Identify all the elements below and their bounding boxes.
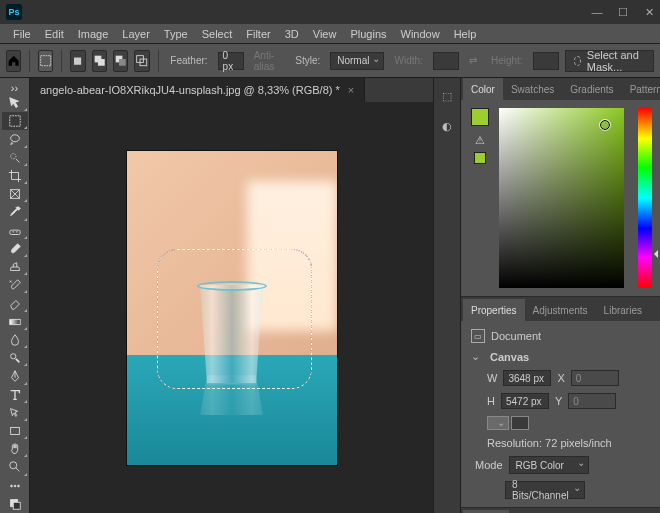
tab-swatches[interactable]: Swatches <box>503 78 562 100</box>
menu-help[interactable]: Help <box>447 26 484 42</box>
mode-label: Mode <box>475 459 503 471</box>
type-tool[interactable] <box>2 386 28 404</box>
edit-toolbar[interactable] <box>2 477 28 495</box>
bit-depth-select[interactable]: 8 Bits/Channel <box>505 481 585 499</box>
foreground-background[interactable] <box>2 495 28 513</box>
tab-adjustments[interactable]: Adjustments <box>525 299 596 321</box>
new-selection[interactable]: ◼ <box>70 50 85 72</box>
menu-plugins[interactable]: Plugins <box>343 26 393 42</box>
document-tab[interactable]: angelo-abear-IO8XRikqJU4-unsplash.jpg @ … <box>30 78 365 102</box>
spot-heal-tool[interactable] <box>2 222 28 240</box>
gradient-tool[interactable] <box>2 313 28 331</box>
panel-strip-item[interactable]: ◐ <box>439 118 455 134</box>
svg-point-8 <box>10 153 15 158</box>
color-picker-ring[interactable] <box>600 120 610 130</box>
properties-panel-tabs: PropertiesAdjustmentsLibraries <box>461 297 660 321</box>
tab-patterns[interactable]: Patterns <box>622 78 660 100</box>
intersect-selection[interactable] <box>134 50 149 72</box>
width-field[interactable]: 3648 px <box>503 370 551 386</box>
marquee-selection[interactable] <box>157 249 312 389</box>
close-button[interactable]: ✕ <box>644 6 654 19</box>
clone-stamp-tool[interactable] <box>2 258 28 276</box>
hue-handle[interactable] <box>654 250 658 258</box>
canvas-section: Canvas <box>490 351 529 363</box>
svg-rect-10 <box>9 230 20 234</box>
svg-rect-13 <box>10 428 19 435</box>
tab-color[interactable]: Color <box>463 78 503 100</box>
feather-input[interactable]: 0 px <box>218 52 244 70</box>
collapse-tools[interactable]: ›› <box>2 82 28 94</box>
add-selection[interactable] <box>92 50 107 72</box>
rectangle-tool[interactable] <box>2 422 28 440</box>
foreground-swatch[interactable] <box>471 108 489 126</box>
menu-bar: FileEditImageLayerTypeSelectFilter3DView… <box>0 24 660 44</box>
x-label: X <box>557 372 564 384</box>
svg-rect-2 <box>98 59 105 66</box>
disclosure-icon[interactable]: ⌄ <box>471 350 480 363</box>
blur-tool[interactable] <box>2 331 28 349</box>
menu-select[interactable]: Select <box>195 26 240 42</box>
menu-image[interactable]: Image <box>71 26 116 42</box>
lasso-tool[interactable] <box>2 130 28 148</box>
canvas-viewport[interactable] <box>30 102 433 513</box>
eyedropper-tool[interactable] <box>2 203 28 221</box>
eraser-tool[interactable] <box>2 294 28 312</box>
quick-select-tool[interactable] <box>2 149 28 167</box>
zoom-tool[interactable] <box>2 458 28 476</box>
menu-file[interactable]: File <box>6 26 38 42</box>
svg-rect-7 <box>9 116 20 127</box>
tools-panel: ›› <box>0 78 30 513</box>
menu-layer[interactable]: Layer <box>115 26 157 42</box>
menu-edit[interactable]: Edit <box>38 26 71 42</box>
canvas[interactable] <box>127 151 337 465</box>
menu-view[interactable]: View <box>306 26 344 42</box>
resolution-text: Resolution: 72 pixels/inch <box>487 437 612 449</box>
height-input <box>533 52 559 70</box>
tab-libraries[interactable]: Libraries <box>596 299 650 321</box>
hue-slider[interactable] <box>638 108 652 288</box>
ps-logo: Ps <box>6 4 22 20</box>
frame-tool[interactable] <box>2 185 28 203</box>
crop-tool[interactable] <box>2 167 28 185</box>
gamut-swatch[interactable] <box>474 152 486 164</box>
maximize-button[interactable]: ☐ <box>618 6 628 19</box>
minimize-button[interactable]: — <box>592 6 602 19</box>
color-mode-select[interactable]: RGB Color <box>509 456 589 474</box>
history-brush-tool[interactable] <box>2 276 28 294</box>
panel-strip-item[interactable]: ⬚ <box>439 88 455 104</box>
tab-gradients[interactable]: Gradients <box>562 78 621 100</box>
menu-3d[interactable]: 3D <box>278 26 306 42</box>
feather-label: Feather: <box>170 55 207 66</box>
landscape-orient[interactable] <box>511 416 529 430</box>
color-field[interactable] <box>499 108 624 288</box>
home-button[interactable] <box>6 50 21 72</box>
style-select[interactable]: Normal <box>330 52 384 70</box>
select-and-mask-button[interactable]: Select and Mask... <box>565 50 654 72</box>
document-area: angelo-abear-IO8XRikqJU4-unsplash.jpg @ … <box>30 78 433 513</box>
menu-filter[interactable]: Filter <box>239 26 277 42</box>
menu-type[interactable]: Type <box>157 26 195 42</box>
marquee-preset[interactable] <box>38 50 53 72</box>
hand-tool[interactable] <box>2 440 28 458</box>
portrait-orient[interactable] <box>487 416 509 430</box>
gamut-warning-icon[interactable]: ⚠ <box>473 134 487 146</box>
tab-properties[interactable]: Properties <box>463 299 525 321</box>
subtract-selection[interactable] <box>113 50 128 72</box>
rectangular-marquee-tool[interactable] <box>2 112 28 130</box>
move-tool[interactable] <box>2 94 28 112</box>
svg-rect-19 <box>13 502 20 509</box>
x-field: 0 <box>571 370 619 386</box>
svg-point-14 <box>9 462 16 469</box>
height-label: Height: <box>491 55 523 66</box>
dodge-tool[interactable] <box>2 349 28 367</box>
color-panel: ⚠ <box>461 100 660 296</box>
svg-point-17 <box>17 485 19 487</box>
properties-panel: ▭Document ⌄Canvas W 3648 px X 0 H 5472 p… <box>461 321 660 507</box>
menu-window[interactable]: Window <box>394 26 447 42</box>
height-field[interactable]: 5472 px <box>501 393 549 409</box>
path-select-tool[interactable] <box>2 404 28 422</box>
document-tabs: angelo-abear-IO8XRikqJU4-unsplash.jpg @ … <box>30 78 433 102</box>
pen-tool[interactable] <box>2 367 28 385</box>
close-tab-icon[interactable]: × <box>348 84 354 96</box>
brush-tool[interactable] <box>2 240 28 258</box>
